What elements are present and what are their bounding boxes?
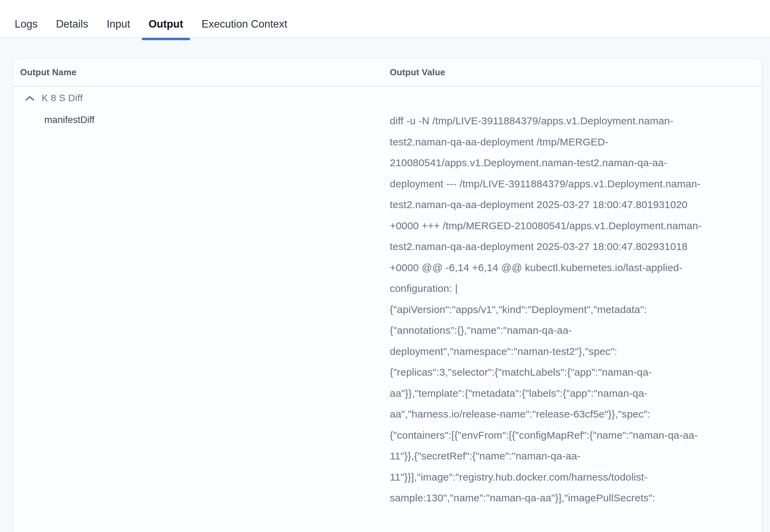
table-row: manifestDiff diff -u -N /tmp/LIVE-391188… (13, 110, 761, 508)
output-table-header: Output Name Output Value (13, 59, 761, 87)
output-value-column-header: Output Value (390, 67, 761, 78)
output-name-column-header: Output Name (13, 67, 390, 78)
tab-output[interactable]: Output (142, 0, 190, 37)
tab-input[interactable]: Input (100, 0, 137, 37)
tab-execution-context[interactable]: Execution Context (195, 0, 294, 37)
tab-logs[interactable]: Logs (8, 0, 44, 37)
output-tab-panel: Output Name Output Value K 8 S Diff mani… (0, 38, 770, 531)
output-table-card: Output Name Output Value K 8 S Diff mani… (13, 58, 761, 532)
step-details-tabbar: Logs Details Input Output Execution Cont… (0, 0, 770, 38)
output-group-k8s-diff[interactable]: K 8 S Diff (13, 91, 761, 105)
output-group-label: K 8 S Diff (42, 93, 83, 104)
chevron-up-icon[interactable] (25, 95, 34, 101)
tab-details[interactable]: Details (49, 0, 95, 37)
output-name-manifestdiff: manifestDiff (13, 110, 390, 508)
output-value-manifestdiff: diff -u -N /tmp/LIVE-3911884379/apps.v1.… (390, 110, 702, 508)
